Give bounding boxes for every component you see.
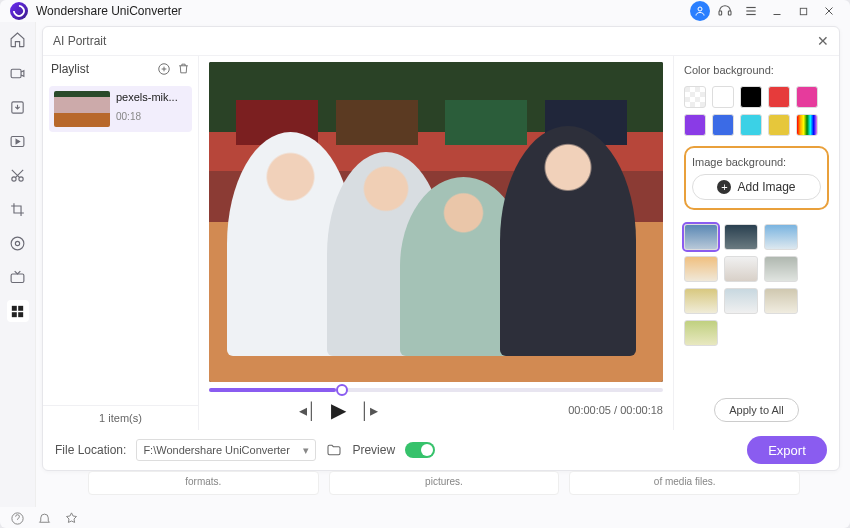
svg-point-0 bbox=[698, 7, 702, 11]
left-nav bbox=[0, 22, 36, 507]
preview-area: ◂│ ▶ │▸ 00:00:05 / 00:00:18 bbox=[199, 56, 673, 430]
app-logo-icon bbox=[10, 2, 28, 20]
swatch-cyan[interactable] bbox=[740, 114, 762, 136]
modal-close-icon[interactable]: ✕ bbox=[817, 33, 829, 49]
apply-to-all-button[interactable]: Apply to All bbox=[714, 398, 798, 422]
notification-icon[interactable] bbox=[37, 511, 52, 526]
nav-tv-icon[interactable] bbox=[7, 266, 29, 288]
next-frame-icon[interactable]: │▸ bbox=[360, 401, 378, 420]
svg-rect-21 bbox=[18, 312, 23, 317]
playlist-item[interactable]: pexels-mik... 00:18 bbox=[49, 86, 192, 132]
bg-thumb[interactable] bbox=[764, 256, 798, 282]
playlist-item-duration: 00:18 bbox=[116, 111, 178, 122]
content-area: AI Portrait ✕ Playlist bbox=[36, 22, 850, 507]
svg-point-16 bbox=[15, 241, 19, 245]
svg-rect-19 bbox=[18, 305, 23, 310]
swatch-black[interactable] bbox=[740, 86, 762, 108]
bg-thumb[interactable] bbox=[724, 256, 758, 282]
swatch-rainbow[interactable] bbox=[796, 114, 818, 136]
window-minimize-icon[interactable] bbox=[766, 0, 788, 22]
file-location-value: F:\Wondershare UniConverter bbox=[143, 444, 290, 456]
modal-footer: File Location: F:\Wondershare UniConvert… bbox=[43, 430, 839, 470]
playlist-item-name: pexels-mik... bbox=[116, 91, 178, 103]
nav-burn-icon[interactable] bbox=[7, 232, 29, 254]
nav-home-icon[interactable] bbox=[7, 28, 29, 50]
tool-card[interactable]: pictures. bbox=[329, 471, 560, 495]
playlist-item-thumb bbox=[54, 91, 110, 127]
swatch-pink[interactable] bbox=[796, 86, 818, 108]
color-bg-label: Color background: bbox=[684, 64, 829, 76]
playlist-add-icon[interactable] bbox=[157, 62, 171, 76]
prev-frame-icon[interactable]: ◂│ bbox=[299, 401, 317, 420]
playlist-count: 1 item(s) bbox=[43, 405, 198, 430]
bg-thumb[interactable] bbox=[724, 224, 758, 250]
bottom-tool-cards: formats. pictures. of media files. bbox=[42, 471, 840, 501]
open-folder-icon[interactable] bbox=[326, 442, 342, 458]
svg-point-15 bbox=[11, 237, 24, 250]
svg-rect-10 bbox=[11, 69, 21, 78]
play-icon[interactable]: ▶ bbox=[331, 398, 346, 422]
nav-crop-icon[interactable] bbox=[7, 198, 29, 220]
swatch-red[interactable] bbox=[768, 86, 790, 108]
add-image-label: Add Image bbox=[737, 180, 795, 194]
bottom-nav bbox=[0, 507, 850, 528]
titlebar: Wondershare UniConverter bbox=[0, 0, 850, 22]
bg-thumb[interactable] bbox=[764, 288, 798, 314]
modal-title: AI Portrait bbox=[53, 34, 106, 48]
feedback-icon[interactable] bbox=[64, 511, 79, 526]
swatch-yellow[interactable] bbox=[768, 114, 790, 136]
add-image-button[interactable]: + Add Image bbox=[692, 174, 821, 200]
bg-thumb[interactable] bbox=[764, 224, 798, 250]
playlist-header: Playlist bbox=[43, 56, 198, 82]
bg-thumb[interactable] bbox=[684, 288, 718, 314]
main-row: AI Portrait ✕ Playlist bbox=[0, 22, 850, 507]
playlist-delete-icon[interactable] bbox=[177, 62, 190, 76]
hamburger-menu-icon[interactable] bbox=[740, 0, 762, 22]
playlist-item-meta: pexels-mik... 00:18 bbox=[116, 91, 178, 127]
bg-thumb[interactable] bbox=[684, 256, 718, 282]
ai-portrait-modal: AI Portrait ✕ Playlist bbox=[42, 26, 840, 471]
right-panel: Color background: bbox=[673, 56, 839, 430]
file-location-dropdown[interactable]: F:\Wondershare UniConverter ▾ bbox=[136, 439, 316, 461]
svg-rect-20 bbox=[12, 312, 17, 317]
nav-download-icon[interactable] bbox=[7, 96, 29, 118]
svg-rect-18 bbox=[12, 305, 17, 310]
video-preview[interactable] bbox=[209, 62, 663, 382]
chevron-down-icon: ▾ bbox=[303, 444, 309, 457]
nav-cut-icon[interactable] bbox=[7, 164, 29, 186]
support-icon[interactable] bbox=[714, 0, 736, 22]
svg-rect-17 bbox=[11, 273, 24, 282]
playlist-panel: Playlist pexels-mik... 00:18 bbox=[43, 56, 199, 430]
preview-label: Preview bbox=[352, 443, 395, 457]
player-controls: ◂│ ▶ │▸ 00:00:05 / 00:00:18 bbox=[209, 398, 663, 422]
swatch-purple[interactable] bbox=[684, 114, 706, 136]
bg-thumb[interactable] bbox=[684, 320, 718, 346]
svg-rect-2 bbox=[728, 11, 731, 15]
tool-card[interactable]: formats. bbox=[88, 471, 319, 495]
tool-card[interactable]: of media files. bbox=[569, 471, 800, 495]
bg-thumb[interactable] bbox=[684, 224, 718, 250]
modal-header: AI Portrait ✕ bbox=[43, 27, 839, 56]
preview-toggle[interactable] bbox=[405, 442, 435, 458]
image-bg-box: Image background: + Add Image bbox=[684, 146, 829, 210]
seek-bar[interactable] bbox=[209, 388, 663, 392]
swatch-transparent[interactable] bbox=[684, 86, 706, 108]
export-button[interactable]: Export bbox=[747, 436, 827, 464]
nav-player-icon[interactable] bbox=[7, 130, 29, 152]
bg-thumb[interactable] bbox=[724, 288, 758, 314]
modal-body: Playlist pexels-mik... 00:18 bbox=[43, 56, 839, 430]
app-title: Wondershare UniConverter bbox=[36, 4, 182, 18]
swatch-white[interactable] bbox=[712, 86, 734, 108]
image-bg-grid bbox=[684, 224, 829, 346]
window-close-icon[interactable] bbox=[818, 0, 840, 22]
file-location-label: File Location: bbox=[55, 443, 126, 457]
help-icon[interactable] bbox=[10, 511, 25, 526]
nav-video-icon[interactable] bbox=[7, 62, 29, 84]
nav-toolbox-icon[interactable] bbox=[7, 300, 29, 322]
account-icon[interactable] bbox=[690, 1, 710, 21]
svg-rect-7 bbox=[800, 8, 806, 14]
playlist-title: Playlist bbox=[51, 62, 89, 76]
player-time: 00:00:05 / 00:00:18 bbox=[568, 404, 663, 416]
window-maximize-icon[interactable] bbox=[792, 0, 814, 22]
swatch-blue[interactable] bbox=[712, 114, 734, 136]
